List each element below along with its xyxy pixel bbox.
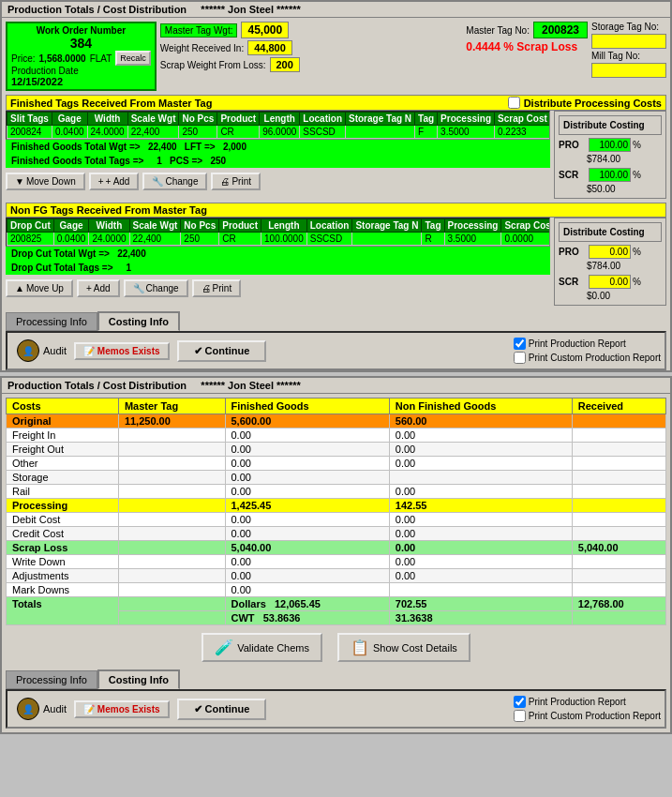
cost-nfg-other: 0.00 <box>389 457 572 471</box>
cost-col-costs: Costs <box>7 398 119 414</box>
cost-col-received: Received <box>572 398 665 414</box>
move-down-button[interactable]: ▼ Move Down <box>6 173 85 190</box>
col-storage-tag-n: Storage Tag N <box>346 113 415 126</box>
finished-goods-totals: Finished Goods Total Wgt => 22,400 LFT =… <box>6 140 550 154</box>
weight-received-label: Weight Received In: <box>160 43 244 53</box>
print-production-report-checkbox-top[interactable] <box>514 338 526 350</box>
dist-scr-label-fg: SCR <box>559 170 587 180</box>
cost-nfg-adjustments: 0.00 <box>389 569 572 583</box>
cell-scrap-cost-nfg: 0.0000 <box>501 233 550 246</box>
cost-nfg-freight-in: 0.00 <box>389 429 572 443</box>
finished-tags-actions: ▼ Move Down + + Add 🔧 Change 🖨 Print <box>6 171 550 192</box>
memos-button-bottom[interactable]: 📝 Memos Exists <box>74 700 169 718</box>
cell-location: SSCSD <box>300 126 346 139</box>
nfg-totals: Drop Cut Total Wgt => 22,400 <box>6 247 550 261</box>
show-cost-icon: 📋 <box>351 639 369 656</box>
drop-cut-total-tags-label: Drop Cut Total Tags => 1 <box>11 263 131 273</box>
table-row-nfg[interactable]: 200825 0.0400 24.0000 22,400 250 CR 100.… <box>7 233 551 246</box>
dist-scr-input-fg[interactable] <box>589 168 631 182</box>
add-button-fg[interactable]: + + Add <box>89 173 140 190</box>
cost-fg-rail: 0.00 <box>225 485 389 499</box>
dist-pro-input-fg[interactable] <box>589 138 631 152</box>
print-button-nfg[interactable]: 🖨 Print <box>192 279 242 297</box>
cost-label-adjustments: Adjustments <box>7 569 119 583</box>
validate-chems-button[interactable]: 🧪 Validate Chems <box>202 633 322 662</box>
col-product: Product <box>217 113 260 126</box>
cost-fg-original: 5,600.00 <box>225 414 389 429</box>
storage-tag-value[interactable] <box>591 34 666 49</box>
tab-costing-info-top[interactable]: Costing Info <box>97 311 180 331</box>
non-fg-tags-scroll: Drop Cut Gage Width Scale Wgt No Pcs Pro… <box>6 218 550 247</box>
tab-processing-info-bottom[interactable]: Processing Info <box>6 670 97 689</box>
col-scale-wgt: Scale Wgt <box>127 113 179 126</box>
table-row[interactable]: 200824 0.0400 24.0000 22,400 250 CR 96.0… <box>7 126 551 139</box>
cost-master-tag-credit-cost <box>118 527 225 541</box>
dist-scr-label-nfg: SCR <box>559 277 587 287</box>
scrap-weight-label: Scrap Weight From Loss: <box>160 60 266 70</box>
price-value: 1,568.0000 <box>39 53 86 64</box>
move-up-button[interactable]: ▲ Move Up <box>6 279 73 297</box>
print-custom-production-report-checkbox-top[interactable] <box>514 352 526 364</box>
col-location: Location <box>300 113 346 126</box>
col-no-pcs-nfg: No Pcs <box>181 219 219 233</box>
panel-header-top: Production Totals / Cost Distribution **… <box>2 2 670 18</box>
print-button-fg[interactable]: 🖨 Print <box>211 173 261 190</box>
cost-nfg-totals-cwt: 31.3638 <box>389 611 572 625</box>
app-user-bottom: ****** Jon Steel ****** <box>201 380 300 391</box>
cell-tag: F <box>415 126 438 139</box>
dist-pro-input-nfg[interactable] <box>589 245 631 259</box>
dist-scr-input-nfg[interactable] <box>589 275 631 289</box>
cost-received-storage <box>572 471 665 485</box>
cost-nfg-totals-dollars: 702.55 <box>389 597 572 611</box>
work-order-number: 384 <box>11 36 151 51</box>
print-custom-production-report-checkbox-bottom[interactable] <box>514 710 526 722</box>
change-button-fg[interactable]: 🔧 Change <box>142 173 207 190</box>
cost-row-rail: Rail 0.00 0.00 <box>7 485 666 499</box>
change-button-nfg[interactable]: 🔧 Change <box>124 279 188 297</box>
cost-label-other: Other <box>7 457 119 471</box>
cost-fg-debit-cost: 0.00 <box>225 513 389 527</box>
cell-width-nfg: 24.0000 <box>89 233 129 246</box>
print-production-report-checkbox-bottom[interactable] <box>514 696 526 708</box>
tab-processing-info-top[interactable]: Processing Info <box>6 312 97 331</box>
continue-button-bottom[interactable]: ✔ Continue <box>177 699 267 720</box>
add-button-nfg[interactable]: + Add <box>77 279 120 297</box>
audit-label-top: Audit <box>43 345 67 356</box>
cost-fg-scrap-loss: 5,040.00 <box>225 541 389 555</box>
recalc-button[interactable]: Recalc <box>115 51 151 66</box>
audit-label-bottom: Audit <box>43 703 67 714</box>
add-icon-fg: + <box>98 176 104 187</box>
cell-processing-nfg: 3.5000 <box>444 233 501 246</box>
tabs-row-bottom: Processing Info Costing Info <box>6 669 666 689</box>
cost-nfg-storage <box>389 471 572 485</box>
continue-button-top[interactable]: ✔ Continue <box>177 340 267 362</box>
col-slit-tags: Slit Tags <box>7 113 52 126</box>
memos-button-top[interactable]: 📝 Memos Exists <box>74 342 169 360</box>
avatar-top: 👤 <box>17 339 39 362</box>
cell-gage-nfg: 0.0400 <box>53 233 89 246</box>
cell-no-pcs-nfg: 250 <box>181 233 219 246</box>
distribute-processing-checkbox[interactable] <box>508 97 520 109</box>
cost-received-original <box>572 414 665 429</box>
finished-tags-title: Finished Tags Received From Master Tag <box>10 98 212 109</box>
print-icon-nfg: 🖨 <box>202 283 211 293</box>
col-gage-nfg: Gage <box>53 219 89 233</box>
master-tag-no-label: Master Tag No: <box>466 25 530 36</box>
cost-label-scrap-loss: Scrap Loss <box>7 541 119 555</box>
mill-tag-value[interactable] <box>591 63 666 78</box>
col-gage: Gage <box>52 113 87 126</box>
cost-received-credit-cost <box>572 527 665 541</box>
col-storage-tag-n-nfg: Storage Tag N <box>352 219 422 233</box>
master-tag-wgt: 45,000 <box>241 22 289 38</box>
work-order-label: Work Order Number <box>11 25 151 36</box>
cost-master-tag-original: 11,250.00 <box>118 414 225 429</box>
col-scrap-cost-nfg: Scrap Cost <box>501 219 550 233</box>
cost-master-tag-rail <box>118 485 225 499</box>
tab-costing-info-bottom[interactable]: Costing Info <box>97 669 180 689</box>
cost-row-write-down: Write Down 0.00 0.00 <box>7 555 666 569</box>
avatar-bottom: 👤 <box>17 698 39 720</box>
app-user: ****** Jon Steel ****** <box>201 4 300 15</box>
show-cost-details-button[interactable]: 📋 Show Cost Details <box>337 633 470 662</box>
cost-master-tag-totals <box>118 597 225 611</box>
cost-fg-credit-cost: 0.00 <box>225 527 389 541</box>
